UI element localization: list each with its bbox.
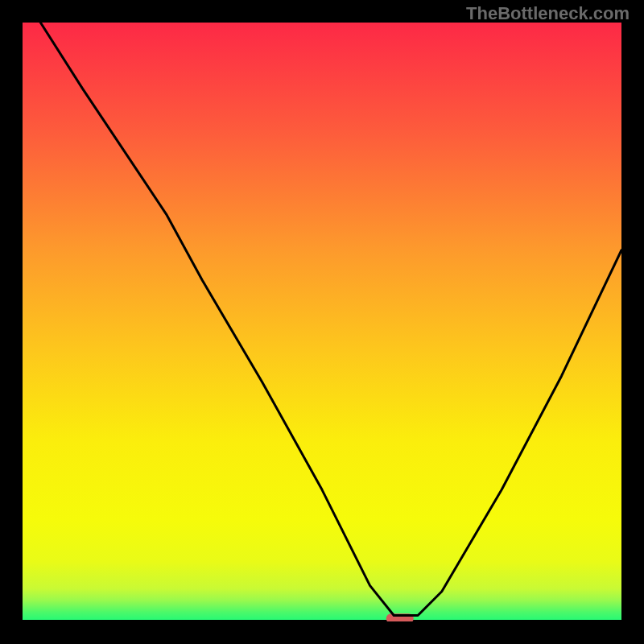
chart-plot-area [23,23,621,621]
watermark-text: TheBottleneck.com [466,3,630,24]
chart-svg [23,23,621,621]
chart-background-gradient [23,23,621,621]
